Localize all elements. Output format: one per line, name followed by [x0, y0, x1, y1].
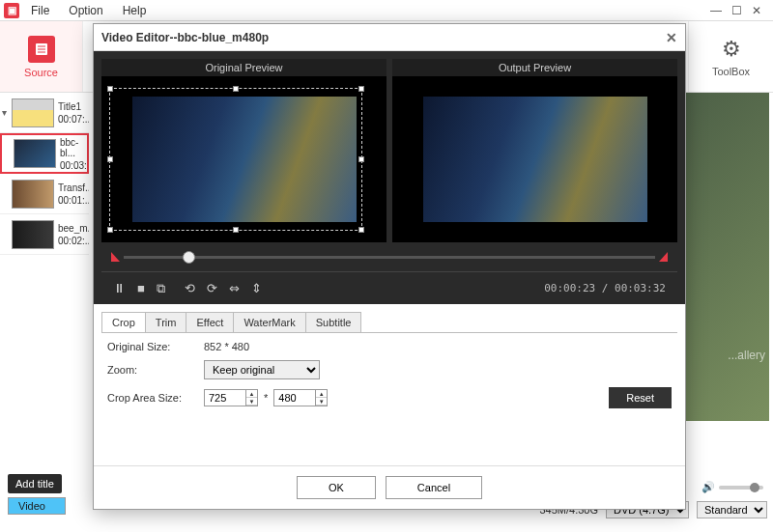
tab-subtitle[interactable]: Subtitle [305, 312, 362, 332]
original-size-value: 852 * 480 [204, 341, 249, 352]
source-icon [28, 36, 55, 63]
add-title-button[interactable]: Add title [8, 474, 62, 493]
menu-option[interactable]: Option [61, 2, 110, 19]
item-thumb [12, 220, 54, 249]
flip-horizontal-icon[interactable]: ⇔ [229, 281, 240, 295]
rotate-right-icon[interactable]: ⟳ [207, 281, 217, 295]
video-chip[interactable]: Video [8, 497, 66, 515]
crop-height-stepper[interactable]: ▲▼ [315, 389, 328, 406]
item-duration: 00:01:... [58, 195, 89, 206]
original-preview-title: Original Preview [101, 59, 386, 76]
item-duration: 00:02:... [58, 236, 89, 246]
ok-button[interactable]: OK [297, 476, 376, 499]
sidebar-item-label: bee_m... [58, 223, 89, 234]
timeline-track[interactable] [124, 256, 655, 259]
crop-height-input[interactable] [273, 389, 316, 406]
video-editor-modal: Video Editor--bbc-blue_m480p ✕ Original … [93, 23, 686, 510]
sidebar-item-title1[interactable]: ▾ Title100:07:... [0, 93, 89, 133]
original-size-label: Original Size: [107, 341, 204, 352]
playback-time: 00:00:23 / 00:03:32 [544, 282, 666, 294]
tab-crop[interactable]: Crop [101, 312, 146, 332]
watermark-text: ...allery [728, 349, 765, 362]
stop-icon[interactable]: ■ [137, 281, 145, 295]
app-icon: ▣ [4, 3, 19, 18]
zoom-label: Zoom: [107, 364, 204, 376]
sidebar-item-bee[interactable]: bee_m...00:02:... [0, 214, 89, 255]
output-preview-title: Output Preview [392, 59, 677, 76]
tab-effect[interactable]: Effect [186, 312, 234, 332]
item-thumb [12, 180, 54, 209]
output-preview-image [423, 97, 647, 222]
sidebar-item-label: bbc-bl... [60, 137, 87, 158]
source-button[interactable]: Source [0, 21, 83, 92]
timeline-playhead[interactable] [183, 251, 195, 264]
sidebar: ▾ Title100:07:... bbc-bl...00:03:... Tra… [0, 93, 89, 460]
crop-area-label: Crop Area Size: [107, 392, 204, 404]
toolbox-icon: ⚙ [722, 37, 741, 62]
original-preview-frame[interactable] [101, 76, 386, 242]
snapshot-icon[interactable]: ⧉ [157, 281, 165, 296]
crop-form: Original Size: 852 * 480 Zoom: Keep orig… [94, 333, 685, 424]
tab-watermark[interactable]: WaterMark [233, 312, 305, 332]
maximize-icon[interactable]: ☐ [731, 4, 742, 17]
crop-width-input[interactable] [204, 389, 246, 406]
crop-box[interactable] [109, 88, 362, 231]
crop-width-stepper[interactable]: ▲▼ [245, 389, 258, 406]
zoom-select[interactable]: Keep original [204, 360, 320, 379]
menu-file[interactable]: File [23, 2, 57, 19]
cancel-button[interactable]: Cancel [386, 476, 482, 499]
flip-vertical-icon[interactable]: ⇕ [251, 281, 262, 295]
volume-icon[interactable]: 🔊 [701, 481, 715, 493]
sidebar-item-label: Transf... [58, 182, 89, 193]
item-duration: 00:03:... [60, 160, 87, 171]
volume-slider[interactable] [719, 486, 763, 490]
rotate-left-icon[interactable]: ⟲ [185, 281, 195, 295]
modal-close-icon[interactable]: ✕ [666, 30, 677, 45]
menu-help[interactable]: Help [115, 2, 155, 19]
reset-button[interactable]: Reset [609, 387, 672, 408]
source-label: Source [24, 67, 58, 78]
chevron-down-icon: ▾ [2, 107, 12, 118]
tab-trim[interactable]: Trim [145, 312, 187, 332]
item-duration: 00:07:... [58, 114, 89, 125]
crop-separator: * [264, 392, 268, 404]
toolbox-label: ToolBox [712, 66, 750, 77]
minimize-icon[interactable]: — [710, 4, 722, 17]
toolbox-button[interactable]: ⚙ ToolBox [688, 21, 773, 92]
quality-select[interactable]: Standard [697, 501, 767, 518]
item-thumb [14, 139, 56, 168]
output-preview-frame [392, 76, 677, 242]
modal-title: Video Editor--bbc-blue_m480p [101, 31, 269, 44]
trim-end-handle[interactable] [659, 252, 668, 262]
editor-tabs: Crop Trim Effect WaterMark Subtitle [101, 312, 677, 333]
close-icon[interactable]: ✕ [752, 4, 761, 17]
sidebar-item-bbc[interactable]: bbc-bl...00:03:... [0, 133, 89, 174]
trim-start-handle[interactable] [111, 252, 120, 262]
background-preview: ...allery [680, 93, 769, 421]
sidebar-item-transf[interactable]: Transf...00:01:... [0, 174, 89, 214]
timeline[interactable] [101, 242, 677, 271]
item-thumb [12, 98, 54, 127]
sidebar-item-label: Title1 [58, 101, 89, 112]
pause-icon[interactable]: ⏸ [113, 281, 126, 295]
